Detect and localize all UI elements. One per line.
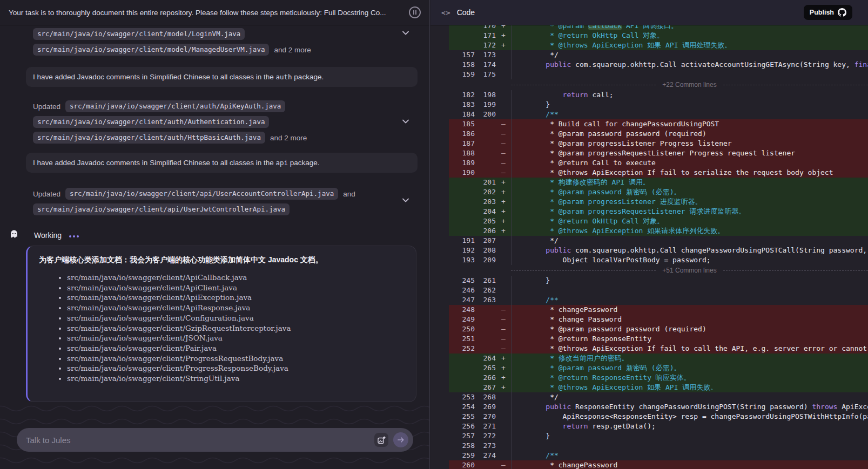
composer-bar [17, 428, 413, 452]
diff-row: 203+ * @param progressListener 进度监听器。 [449, 197, 868, 207]
add-image-button[interactable] [374, 433, 388, 447]
file-chip[interactable]: src/main/java/io/swagger/client/model/Ma… [33, 44, 269, 56]
new-line-number: 203 [475, 197, 496, 207]
code-line: * @throws ApiException If fail to serial… [511, 168, 868, 178]
plan-file-item: src/main/java/io/swagger/client/Configur… [67, 313, 405, 323]
separator-dash [723, 85, 868, 85]
chevron-down-icon[interactable] [401, 29, 410, 37]
new-line-number [475, 148, 496, 158]
pause-button[interactable] [409, 6, 421, 18]
change-marker: + [496, 187, 511, 197]
code-segment: * @param progressListener Progress liste… [529, 139, 732, 147]
code-segment: * @param password password (required) [529, 325, 706, 333]
new-line-number: 200 [475, 110, 496, 119]
diff-row: 246262 [449, 286, 868, 295]
chevron-down-icon[interactable] [401, 117, 410, 126]
new-line-number [475, 168, 496, 178]
code-line: public com.squareup.okhttp.Call activate… [511, 60, 868, 70]
diff-row: 253268 */ [449, 392, 868, 402]
diff-row: 183199 } [449, 100, 868, 110]
github-icon [838, 8, 846, 17]
diff-row: 256271 return resp.getData(); [449, 422, 868, 431]
new-line-number: 174 [475, 60, 496, 70]
diff-row: 172+ * @throws ApiException 如果 API 调用处理失… [449, 40, 868, 50]
plan-file-item: src/main/java/io/swagger/client/JSON.jav… [67, 333, 405, 343]
old-line-number: 186 [449, 129, 475, 139]
jules-ghost-icon [10, 229, 18, 242]
code-line: public com.squareup.okhttp.Call changePa… [511, 246, 868, 255]
diff-row: 245261 } [449, 276, 868, 286]
change-marker [496, 276, 511, 286]
new-line-number: 263 [475, 295, 496, 305]
diff-row: 255270 ApiResponse<ResponseEntity> resp … [449, 412, 868, 422]
code-line: * @throws ApiException 如果 API 调用失败。 [511, 383, 868, 392]
code-segment: */ [529, 393, 559, 401]
chat-input[interactable] [26, 436, 374, 445]
chevron-down-icon[interactable] [401, 196, 410, 205]
code-line: } [511, 276, 868, 286]
new-line-number: 271 [475, 422, 496, 431]
code-line: * change Password [511, 315, 868, 324]
code-segment: * @param password password (required) [529, 130, 706, 138]
new-line-number: 204 [475, 207, 496, 216]
code-segment: * @return ResponseEntity 响应实体。 [529, 373, 691, 382]
old-line-number: 157 [449, 50, 475, 60]
new-line-number: 208 [475, 246, 496, 255]
new-line-number [475, 460, 496, 469]
separator-label[interactable]: +51 Common lines [662, 267, 716, 274]
file-chip[interactable]: src/main/java/io/swagger/client/api/User… [33, 203, 290, 215]
separator-label[interactable]: +22 Common lines [662, 81, 716, 89]
old-line-number: 259 [449, 451, 475, 460]
diff-row: 185— * Build call for changePasswordUsin… [449, 119, 868, 129]
change-marker [496, 110, 511, 119]
code-line: * changePassword [511, 460, 868, 469]
diff-row: 204+ * @param progressRequestListener 请求… [449, 207, 868, 216]
code-segment: call; [588, 91, 614, 99]
code-line: Object localVarPostBody = password; [511, 255, 868, 265]
old-line-number [449, 31, 475, 40]
code-header: <> Code Publish [430, 0, 868, 25]
code-segment: public [529, 403, 571, 411]
old-line-number: 185 [449, 119, 475, 129]
inline-code: api [276, 159, 288, 167]
code-line: * changePassword [511, 305, 868, 315]
diff-row: 191207 */ [449, 236, 868, 246]
code-segment: /** [529, 110, 559, 118]
file-chip[interactable]: src/main/java/io/swagger/client/auth/Api… [65, 100, 285, 112]
publish-button[interactable]: Publish [804, 5, 852, 20]
code-line: * 构建修改密码的 API 调用。 [511, 178, 868, 187]
old-line-number [449, 197, 475, 207]
new-line-number: 172 [475, 40, 496, 50]
new-line-number: 264 [475, 354, 496, 363]
working-label: Working [34, 231, 62, 240]
send-button[interactable] [393, 432, 408, 447]
code-line: * @param password password (required) [511, 129, 868, 139]
file-chip[interactable]: src/main/java/io/swagger/client/auth/Htt… [33, 132, 265, 144]
old-line-number: 260 [449, 460, 475, 469]
new-line-number [475, 334, 496, 344]
code-segment: * changePassword [529, 461, 617, 469]
code-line: * @return ResponseEntity 响应实体。 [511, 373, 868, 383]
new-line-number: 268 [475, 392, 496, 402]
file-chip[interactable]: src/main/java/io/swagger/client/api/User… [65, 188, 338, 200]
diff-row: 248— * changePassword [449, 305, 868, 315]
code-segment: */ [529, 51, 559, 59]
code-segment: * 构建修改密码的 API 调用。 [529, 178, 650, 186]
old-line-number [449, 354, 475, 363]
code-segment: final [854, 60, 868, 69]
code-line: ApiResponse<ResponseEntity> resp = chang… [511, 412, 868, 422]
old-line-number: 193 [449, 255, 475, 265]
file-chip[interactable]: src/main/java/io/swagger/client/model/Lo… [33, 28, 245, 40]
file-chip[interactable]: src/main/java/io/swagger/client/auth/Aut… [33, 116, 269, 128]
plan-file-item: src/main/java/io/swagger/client/Pair.jav… [67, 343, 405, 354]
code-line: } [511, 431, 868, 441]
separator-dash [511, 85, 656, 85]
change-marker [496, 100, 511, 110]
code-segment: * @throws ApiException If fail to serial… [529, 168, 833, 176]
old-line-number [449, 226, 475, 236]
diff-row: 247263 /** [449, 295, 868, 305]
old-line-number: 182 [449, 90, 475, 100]
updated-label: Updated [33, 190, 60, 198]
code-line: * Build call for changePasswordUsingPOST [511, 119, 868, 129]
old-line-number: 255 [449, 412, 475, 422]
